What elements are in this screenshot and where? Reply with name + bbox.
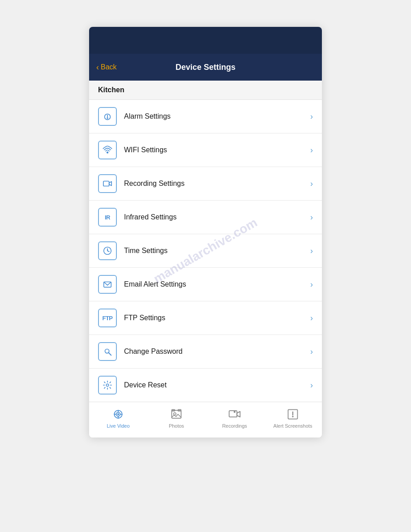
settings-item-ftp[interactable]: FTP FTP Settings › [89,301,322,335]
wifi-chevron-icon: › [310,146,313,155]
svg-rect-20 [172,410,181,418]
svg-point-23 [174,412,176,415]
page-title: Device Settings [176,63,235,72]
back-button[interactable]: ‹ Back [96,63,117,72]
alerts-tab-label: Alert Screenshots [274,423,313,429]
tab-bar: Live Video Photos [89,402,322,438]
time-icon-box [98,241,117,260]
svg-point-12 [106,384,109,386]
back-label: Back [101,63,117,71]
photos-tab-label: Photos [169,423,184,429]
svg-point-26 [234,411,235,413]
tab-live-video[interactable]: Live Video [89,407,147,429]
settings-item-alarm[interactable]: Alarm Settings › [89,100,322,133]
settings-item-recording[interactable]: Recording Settings › [89,167,322,201]
alarm-chevron-icon: › [310,112,313,121]
svg-marker-5 [109,181,112,185]
alarm-icon [103,112,112,121]
time-chevron-icon: › [310,246,313,256]
recording-icon [103,179,112,189]
settings-item-infrared[interactable]: IR Infrared Settings › [89,201,322,234]
ftp-label: FTP Settings [124,314,310,322]
tab-alerts[interactable]: Alert Screenshots [264,407,322,429]
wifi-icon-box [98,141,117,159]
alarm-label: Alarm Settings [124,112,310,120]
alarm-icon-box [98,107,117,126]
infrared-icon-box: IR [98,208,117,227]
tab-photos[interactable]: Photos [147,407,206,429]
settings-item-reset[interactable]: Device Reset › [89,369,322,402]
settings-list: Alarm Settings › WIFI Settings › [89,100,322,402]
status-bar [89,27,322,54]
infrared-chevron-icon: › [310,213,313,222]
svg-rect-24 [229,411,237,417]
recordings-tab-label: Recordings [222,423,247,429]
recordings-icon-wrapper [227,407,242,421]
password-icon [103,347,112,356]
svg-marker-25 [237,411,240,416]
reset-label: Device Reset [124,381,310,389]
email-label: Email Alert Settings [124,280,310,288]
reset-icon [103,380,112,390]
settings-item-password[interactable]: Change Password › [89,335,322,369]
reset-chevron-icon: › [310,381,313,390]
time-label: Time Settings [124,247,310,255]
svg-point-29 [292,416,294,417]
alerts-icon-wrapper [286,407,300,421]
svg-point-3 [107,152,108,153]
svg-line-11 [109,353,111,356]
password-label: Change Password [124,348,310,356]
recording-icon-box [98,174,117,193]
settings-content: manualarchive.com Alarm Settings › [89,100,322,402]
email-chevron-icon: › [310,280,313,289]
device-name: Kitchen [98,86,124,94]
svg-point-15 [117,413,119,415]
wifi-label: WIFI Settings [124,146,310,154]
reset-icon-box [98,376,117,395]
photos-icon [170,408,183,420]
back-chevron-icon: ‹ [96,63,99,72]
photos-icon-wrapper [169,407,184,421]
infrared-label: Infrared Settings [124,213,310,221]
time-icon [103,246,112,256]
svg-line-8 [107,251,109,252]
recording-chevron-icon: › [310,179,313,189]
wifi-icon [103,145,112,155]
live-video-icon-wrapper [111,407,125,421]
live-video-tab-label: Live Video [107,423,129,429]
settings-item-email[interactable]: Email Alert Settings › [89,268,322,301]
email-icon [103,279,112,289]
nav-header: ‹ Back Device Settings [89,54,322,81]
tab-recordings[interactable]: Recordings [206,407,264,429]
settings-item-time[interactable]: Time Settings › [89,234,322,268]
svg-rect-4 [103,181,109,186]
device-name-row: Kitchen [89,81,322,100]
phone-container: ‹ Back Device Settings Kitchen manualarc… [89,27,322,438]
email-icon-box [98,275,117,294]
ftp-icon-box: FTP [98,309,117,327]
ftp-chevron-icon: › [310,313,313,323]
settings-item-wifi[interactable]: WIFI Settings › [89,133,322,167]
live-video-icon [112,408,124,420]
recordings-icon [228,408,241,420]
recording-label: Recording Settings [124,180,310,188]
alerts-icon [287,408,299,420]
svg-point-2 [107,118,108,119]
password-icon-box [98,342,117,361]
password-chevron-icon: › [310,347,313,356]
